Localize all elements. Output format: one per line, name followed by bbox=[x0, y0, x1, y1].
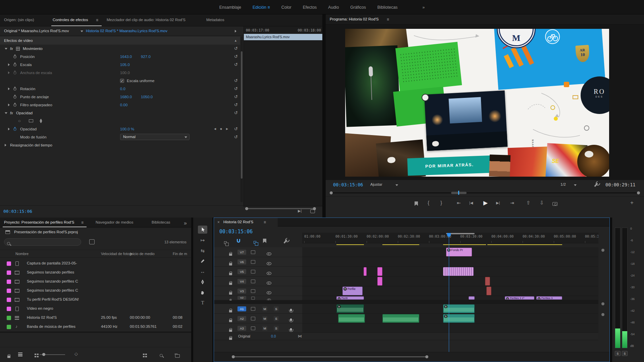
track-header-v5[interactable]: V5 bbox=[214, 267, 302, 277]
fit-dropdown[interactable]: Ajustar bbox=[370, 182, 382, 186]
track-name-button[interactable]: V7 bbox=[237, 250, 246, 255]
timeline-clip[interactable] bbox=[485, 277, 490, 286]
reset-icon[interactable]: ↺ bbox=[234, 77, 238, 85]
timeline-audio-clip[interactable]: fx bbox=[443, 304, 475, 313]
export-frame-camera-icon[interactable] bbox=[552, 202, 557, 206]
program-tab[interactable]: Programa: Historia 02 Rod'S bbox=[330, 17, 379, 21]
track-name-button[interactable]: V5 bbox=[237, 269, 246, 274]
add-marker-icon[interactable] bbox=[415, 201, 418, 206]
pink-label-chip[interactable] bbox=[7, 307, 11, 311]
lock-icon[interactable] bbox=[229, 273, 232, 275]
solo-left-button[interactable]: S bbox=[615, 351, 621, 356]
go-to-in-icon[interactable]: ⇤ bbox=[457, 200, 461, 205]
lift-icon[interactable]: ⇧ bbox=[526, 200, 531, 206]
step-back-icon[interactable]: |◀ bbox=[469, 201, 473, 205]
track-patch-icon[interactable] bbox=[251, 317, 255, 320]
track-name-button[interactable]: V4 bbox=[237, 279, 246, 284]
nest-icon[interactable] bbox=[224, 241, 227, 244]
column-name[interactable]: Nombre bbox=[15, 252, 29, 256]
vscroll-knob[interactable] bbox=[601, 313, 604, 316]
list-item[interactable]: Tu perfil Perfil Rod'S DESIGN! bbox=[0, 295, 191, 304]
icon-view-icon[interactable] bbox=[35, 354, 39, 357]
track-name-button[interactable]: V2 bbox=[237, 296, 246, 300]
pink-label-chip[interactable] bbox=[7, 298, 11, 302]
lock-icon[interactable] bbox=[229, 338, 232, 340]
timeline-audio-clip[interactable]: fx bbox=[443, 314, 475, 323]
track-name-button[interactable]: A1 bbox=[237, 306, 246, 311]
track-name-button[interactable]: V6 bbox=[237, 259, 246, 264]
toggle-output-eye-icon[interactable] bbox=[267, 272, 271, 275]
add-button-icon[interactable]: + bbox=[630, 199, 634, 206]
tab-project[interactable]: Proyecto: Presentación de perfiles Rod'S bbox=[4, 220, 74, 224]
hand-tool[interactable] bbox=[198, 288, 207, 296]
rect-mask-icon[interactable] bbox=[29, 119, 33, 122]
track-name-button[interactable]: A2 bbox=[237, 316, 246, 321]
uniform-scale-checkbox[interactable]: ✓ bbox=[120, 79, 124, 83]
anchor-y-value[interactable]: 1050.0 bbox=[141, 93, 153, 101]
mark-out-icon[interactable]: } bbox=[440, 200, 442, 205]
toggle-output-eye-icon[interactable] bbox=[267, 262, 271, 265]
list-item[interactable]: Seguimos lanzando perfiles C bbox=[0, 286, 191, 295]
track-header-v3[interactable]: V3 bbox=[214, 286, 302, 296]
workspace-tab-bibliotecas[interactable]: Bibliotecas bbox=[377, 5, 397, 10]
reset-icon[interactable]: ↺ bbox=[234, 45, 238, 53]
zoom-slider[interactable] bbox=[40, 354, 65, 355]
add-keyframe-icon[interactable]: ◆ bbox=[220, 125, 222, 133]
add-marker-icon[interactable] bbox=[263, 239, 266, 243]
toggle-output-eye-icon[interactable] bbox=[267, 252, 271, 255]
resolution-dropdown[interactable]: 1/2 bbox=[560, 182, 566, 186]
master-volume-value[interactable]: 0.0 bbox=[271, 334, 276, 338]
reset-icon[interactable]: ↺ bbox=[234, 133, 238, 141]
track-patch-icon[interactable] bbox=[251, 250, 255, 254]
timeline-clip[interactable]: fxPerfiles 3 bbox=[536, 296, 562, 300]
effect-name[interactable]: Opacidad bbox=[16, 109, 33, 117]
expand-icon[interactable] bbox=[8, 87, 10, 90]
panel-menu-icon[interactable]: ≡ bbox=[264, 220, 266, 225]
anchor-x-value[interactable]: 1680.0 bbox=[120, 93, 132, 101]
effects-vscrollbar[interactable] bbox=[240, 37, 243, 202]
snap-magnet-icon[interactable] bbox=[237, 239, 240, 243]
reset-icon[interactable]: ↺ bbox=[234, 125, 238, 133]
pink-label-chip[interactable] bbox=[7, 261, 11, 266]
ripple-edit-tool[interactable]: ⇆ bbox=[198, 247, 207, 255]
timeline-tab-label[interactable]: Historia 02 Rod'S bbox=[223, 220, 253, 224]
stopwatch-icon[interactable] bbox=[13, 63, 16, 66]
stopwatch-icon[interactable] bbox=[13, 128, 16, 131]
track-patch-icon[interactable] bbox=[251, 260, 255, 264]
timeline-audio-clip[interactable] bbox=[338, 314, 365, 323]
timeline-clip[interactable] bbox=[469, 296, 475, 300]
play-in-out-icon[interactable]: ▶| bbox=[298, 209, 302, 213]
list-item[interactable]: Historia 02 Rod'S 25.00 fps 00:00:00:00 … bbox=[0, 313, 191, 322]
track-header-v7[interactable]: V7 bbox=[214, 247, 302, 257]
slip-tool[interactable]: ↔ bbox=[198, 267, 207, 276]
ellipse-mask-icon[interactable]: ○ bbox=[18, 117, 21, 125]
timeline-clip[interactable]: fxFondo Pr bbox=[446, 248, 472, 256]
timeline-audio-clip[interactable]: fx bbox=[336, 304, 364, 313]
effect-name[interactable]: Reasignación del tiempo bbox=[10, 141, 52, 149]
reset-icon[interactable]: ↺ bbox=[234, 109, 238, 117]
project-lock-icon[interactable] bbox=[7, 356, 10, 358]
track-content-v6[interactable] bbox=[302, 257, 598, 267]
solo-right-button[interactable]: S bbox=[622, 351, 628, 356]
step-forward-icon[interactable]: ▶| bbox=[496, 201, 500, 205]
expand-icon[interactable] bbox=[5, 144, 6, 146]
reset-icon[interactable]: ↺ bbox=[234, 93, 238, 101]
project-file-name[interactable]: Presentación de perfiles Rod'S.prproj bbox=[14, 230, 78, 234]
pink-label-chip[interactable] bbox=[7, 270, 11, 275]
voiceover-mic-icon[interactable] bbox=[290, 309, 292, 311]
pen-mask-icon[interactable] bbox=[39, 119, 43, 123]
blend-mode-dropdown[interactable]: Normal bbox=[120, 134, 190, 140]
track-patch-icon[interactable] bbox=[251, 270, 255, 274]
effect-name[interactable]: Movimiento bbox=[23, 45, 43, 53]
lock-icon[interactable] bbox=[229, 329, 232, 332]
track-patch-icon[interactable] bbox=[251, 289, 255, 293]
reset-icon[interactable]: ↺ bbox=[234, 101, 238, 109]
green-label-chip[interactable] bbox=[7, 325, 11, 329]
razor-tool[interactable] bbox=[198, 257, 207, 265]
reset-icon[interactable]: ↺ bbox=[234, 61, 238, 69]
opacity-value[interactable]: 100.0 % bbox=[120, 125, 134, 133]
av-divider[interactable] bbox=[214, 300, 609, 304]
pink-label-chip[interactable] bbox=[7, 280, 11, 284]
position-x-value[interactable]: 1643.0 bbox=[120, 53, 132, 61]
extract-icon[interactable]: ⇩ bbox=[540, 200, 544, 206]
